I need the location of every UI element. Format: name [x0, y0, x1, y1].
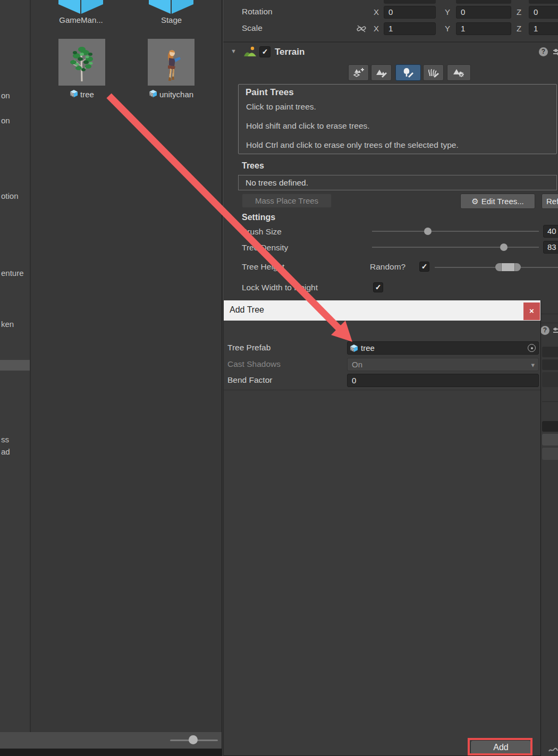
position-z-field-partial[interactable] [529, 0, 558, 4]
prefab-icon-gameman[interactable] [58, 0, 104, 14]
object-picker-icon[interactable] [528, 344, 536, 352]
folder-item[interactable]: ken [1, 320, 14, 329]
paint-trees-help-line: Hold Ctrl and click to erase only trees … [246, 140, 459, 150]
position-x-field-partial[interactable] [384, 0, 436, 4]
bend-factor-label: Bend Factor [227, 375, 272, 385]
folder-item[interactable]: otion [1, 191, 19, 200]
random-checkbox[interactable]: ✓ [419, 262, 429, 272]
prefab-icon-stage[interactable] [148, 0, 194, 14]
position-y-field-partial[interactable] [456, 0, 511, 4]
brush-size-knob[interactable] [424, 228, 432, 235]
axis-x-label: X [374, 24, 379, 33]
tree-height-label: Tree Height [242, 262, 284, 272]
prefab-cube-icon [149, 89, 157, 99]
cast-shadows-label: Cast Shadows [227, 359, 281, 369]
folder-item[interactable]: ad [1, 447, 10, 456]
dialog-title: Add Tree [230, 305, 264, 315]
tree-density-slider[interactable] [372, 247, 539, 248]
asset-item-tree[interactable]: tree [53, 89, 111, 99]
rotation-z-field[interactable]: 0 [529, 6, 558, 19]
rotation-x-field[interactable]: 0 [384, 6, 436, 19]
scale-x-field[interactable]: 1 [384, 22, 436, 35]
tree-prefab-label: Tree Prefab [227, 343, 270, 352]
help-icon[interactable]: ? [540, 326, 549, 335]
tree-density-knob[interactable] [500, 243, 508, 251]
bend-factor-field[interactable]: 0 [347, 374, 539, 387]
axis-y-label: Y [445, 7, 450, 16]
axis-y-label: Y [445, 24, 450, 33]
foldout-arrow-icon[interactable]: ▼ [231, 48, 236, 54]
prefab-cube-icon [350, 344, 358, 352]
asset-label-gameman[interactable]: GameMan... [45, 15, 117, 24]
prefab-cube-icon [70, 89, 78, 99]
refresh-button[interactable]: Ref [542, 194, 558, 209]
brush-size-value-field[interactable]: 40 [543, 225, 558, 238]
project-footer-bar [0, 732, 222, 749]
no-trees-defined-box: No trees defined. [238, 175, 557, 190]
add-button[interactable]: Add [470, 740, 531, 755]
folder-item[interactable]: ss [1, 435, 9, 444]
tree-prefab-value: tree [361, 343, 375, 352]
trees-section-label: Trees [242, 161, 264, 171]
terrain-enabled-checkbox[interactable]: ✓ [259, 46, 270, 57]
add-tree-dialog: Add Tree × Tree Prefab tree Cast Shadows… [223, 300, 541, 756]
unity-editor-window: on on otion enture ken ss ad GameMan... … [0, 0, 558, 756]
preset-menu-icon[interactable] [553, 48, 558, 58]
folder-item-selected[interactable] [0, 360, 30, 371]
settings-section-label: Settings [242, 213, 275, 222]
dialog-titlebar[interactable]: Add Tree × [224, 300, 540, 321]
help-icon[interactable]: ? [539, 47, 548, 56]
asset-item-unitychan[interactable]: unitychan [139, 89, 203, 99]
component-divider [223, 41, 558, 43]
terrain-component-icon [243, 45, 257, 61]
tree-density-label: Tree Density [242, 243, 288, 253]
brush-size-label: Brush Size [242, 227, 282, 237]
asset-label-stage[interactable]: Stage [136, 15, 207, 24]
tree-height-range-handle[interactable] [495, 263, 521, 271]
axis-z-label: Z [517, 24, 521, 33]
axis-z-label: Z [517, 7, 521, 16]
window-resize-grip-icon[interactable] [548, 746, 558, 756]
axis-x-label: X [374, 7, 379, 16]
unitychan-asset-thumbnail[interactable] [148, 39, 195, 86]
terrain-settings-tool-button[interactable] [447, 64, 471, 81]
close-button[interactable]: × [523, 303, 540, 320]
asset-label-tree: tree [80, 90, 94, 99]
folder-item[interactable]: on [1, 91, 10, 100]
project-folder-tree: on on otion enture ken ss ad [0, 0, 30, 732]
chevron-down-icon: ▾ [531, 359, 535, 371]
random-label: Random? [370, 262, 405, 272]
dialog-separator [224, 390, 540, 390]
paint-trees-helpbox: Paint Trees Click to paint trees. Hold s… [238, 84, 557, 154]
tree-prefab-object-field[interactable]: tree [347, 341, 539, 355]
lock-width-to-height-checkbox[interactable]: ✓ [373, 282, 383, 292]
create-neighbor-terrains-tool-button[interactable] [348, 64, 369, 81]
paint-trees-help-line: Hold shift and click to erase trees. [246, 121, 370, 131]
paint-trees-tool-button[interactable] [395, 64, 421, 81]
paint-trees-help-line: Click to paint trees. [246, 102, 316, 112]
project-assets-panel: GameMan... Stage [31, 0, 222, 732]
tree-density-value-field[interactable]: 83 [543, 241, 558, 254]
gear-icon: ⚙ [471, 197, 478, 206]
tree-asset-thumbnail[interactable] [58, 39, 105, 86]
rotation-label: Rotation [242, 7, 273, 16]
paint-terrain-tool-button[interactable] [371, 64, 392, 81]
cast-shadows-dropdown[interactable]: On ▾ [347, 358, 539, 371]
thumbnail-zoom-knob[interactable] [189, 735, 198, 744]
brush-size-slider[interactable] [372, 231, 539, 232]
scale-label: Scale [242, 23, 263, 33]
link-scale-icon[interactable] [355, 22, 368, 37]
folder-item[interactable]: enture [1, 268, 24, 278]
paint-details-tool-button[interactable] [423, 64, 444, 81]
edit-trees-label: Edit Trees... [481, 197, 524, 206]
edit-trees-button[interactable]: ⚙ Edit Trees... [460, 194, 535, 209]
cast-shadows-value: On [352, 360, 362, 369]
folder-item[interactable]: on [1, 116, 10, 125]
lock-width-to-height-label: Lock Width to Height [242, 283, 318, 292]
scale-z-field[interactable]: 1 [529, 22, 558, 35]
scale-y-field[interactable]: 1 [456, 22, 511, 35]
rotation-y-field[interactable]: 0 [456, 6, 511, 19]
preset-menu-icon[interactable] [553, 327, 558, 337]
mass-place-trees-button[interactable]: Mass Place Trees [242, 194, 332, 208]
paint-trees-title: Paint Trees [246, 87, 294, 98]
